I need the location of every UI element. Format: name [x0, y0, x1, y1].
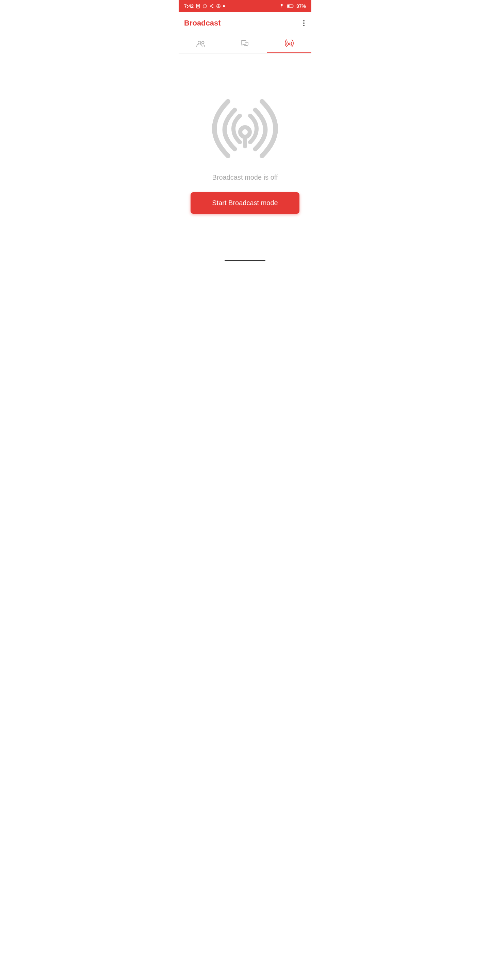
battery-icon: [287, 4, 294, 8]
bottom-area: [179, 255, 311, 266]
circle-icon: [202, 4, 207, 8]
tab-bar: [179, 34, 311, 53]
more-menu-button[interactable]: [302, 19, 306, 27]
svg-point-13: [288, 43, 290, 45]
tab-people[interactable]: [179, 34, 223, 53]
home-indicator: [224, 260, 266, 261]
main-content: Broadcast mode is off Start Broadcast mo…: [179, 53, 311, 255]
dot-icon: [223, 5, 225, 7]
broadcast-tab-icon: [285, 39, 294, 48]
app-bar: Broadcast: [179, 12, 311, 34]
tab-broadcast[interactable]: [267, 34, 311, 53]
svg-line-3: [211, 6, 212, 7]
status-bar-right: 37%: [279, 3, 306, 9]
svg-point-8: [223, 5, 225, 7]
more-dot-2: [303, 22, 305, 24]
broadcast-status-text: Broadcast mode is off: [212, 173, 278, 181]
more-dot-3: [303, 25, 305, 26]
crosshair-icon: [216, 4, 221, 8]
svg-rect-10: [288, 5, 290, 8]
svg-line-4: [211, 5, 212, 6]
battery-percent: 37%: [296, 3, 306, 9]
svg-point-12: [202, 41, 204, 44]
status-bar-left: 7:42: [184, 3, 225, 9]
svg-point-11: [198, 41, 201, 44]
chat-icon: [240, 39, 250, 48]
share-icon: [209, 4, 214, 8]
more-dot-1: [303, 20, 305, 21]
status-bar: 7:42 37%: [179, 0, 311, 12]
time-display: 7:42: [184, 3, 194, 9]
broadcast-status-icon: [211, 95, 279, 163]
tab-chat[interactable]: [223, 34, 267, 53]
broadcast-off-large-icon: [211, 95, 279, 163]
svg-rect-1: [197, 5, 199, 7]
svg-point-2: [203, 5, 207, 8]
app-title: Broadcast: [184, 19, 221, 27]
wifi-icon: [279, 4, 285, 8]
start-broadcast-button[interactable]: Start Broadcast mode: [191, 192, 299, 214]
sim-icon: [196, 4, 200, 8]
people-icon: [196, 39, 205, 48]
